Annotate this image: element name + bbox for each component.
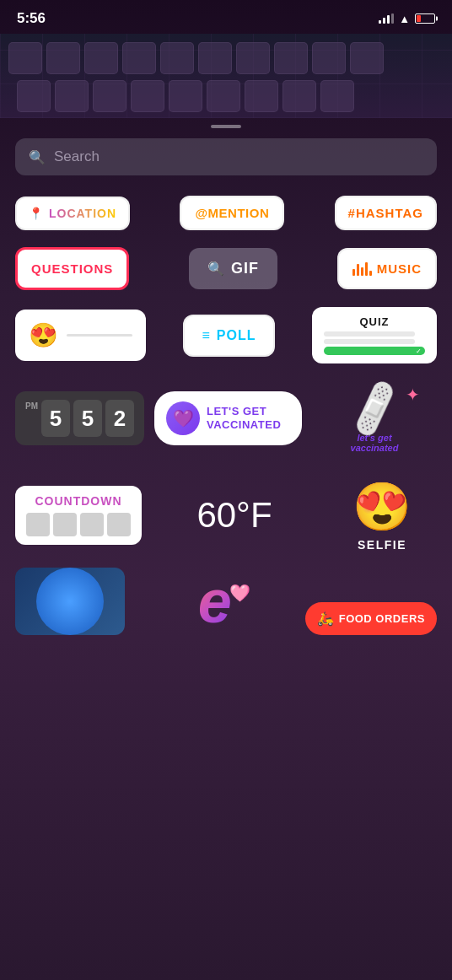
- heart-circle-icon: 💜: [166, 401, 200, 435]
- sparkle-icon: ✦: [406, 385, 420, 405]
- mention-label: @MENTION: [195, 206, 269, 220]
- mention-sticker[interactable]: @MENTION: [180, 196, 284, 230]
- period-label: PM: [25, 401, 38, 411]
- countdown-blocks: [26, 513, 131, 536]
- questions-sticker[interactable]: QUESTIONS: [15, 247, 129, 290]
- clock-digits: 5 5 2: [41, 400, 134, 437]
- selfie-sticker[interactable]: 😍 SELFIE: [327, 473, 437, 557]
- status-icons: ▲: [379, 13, 435, 25]
- selfie-emoji: 😍: [352, 479, 412, 535]
- quiz-correct-line: ✓: [324, 347, 425, 355]
- sticker-row-4: PM 5 5 2 💜 LET'S GETVACCINATED ✦ 🩹 let's…: [15, 380, 437, 456]
- bottom-row: e 🩷 🛵 FOOD ORDERS: [0, 564, 452, 635]
- questions-label: QUESTIONS: [31, 261, 113, 276]
- selfie-label: SELFIE: [358, 538, 406, 552]
- gif-label: GIF: [231, 260, 259, 277]
- globe-sticker[interactable]: [15, 568, 125, 635]
- food-orders-label: FOOD ORDERS: [339, 612, 425, 625]
- clock-sticker[interactable]: PM 5 5 2: [15, 391, 144, 445]
- search-container: 🔍 Search: [0, 132, 452, 189]
- music-bars-icon: [352, 262, 372, 276]
- status-bar: 5:56 ▲: [0, 0, 452, 34]
- search-bar[interactable]: 🔍 Search: [15, 138, 437, 175]
- keyboard-preview: [0, 34, 452, 118]
- emoji-slider-sticker[interactable]: 😍: [15, 310, 146, 361]
- letter-e-sticker[interactable]: e 🩷: [148, 568, 282, 635]
- gif-search-icon: 🔍: [207, 261, 224, 277]
- quiz-check-icon: ✓: [416, 347, 422, 355]
- heart-icon: 🩷: [229, 583, 250, 603]
- poll-icon: ≡: [202, 328, 209, 343]
- temperature-label: 60°F: [196, 495, 272, 536]
- vaccinated-label: LET'S GETVACCINATED: [207, 405, 281, 431]
- location-icon: 📍: [29, 207, 44, 220]
- quiz-label: QUIZ: [359, 315, 389, 328]
- sticker-row-3: 😍 ≡ POLL QUIZ ✓: [15, 307, 437, 363]
- hashtag-label: #HASHTAG: [348, 206, 423, 220]
- poll-sticker[interactable]: ≡ POLL: [183, 315, 274, 357]
- location-sticker[interactable]: 📍 LOCATION: [15, 197, 130, 230]
- battery-icon: [415, 13, 435, 24]
- digit-5-1: 5: [41, 400, 70, 437]
- food-icon: 🛵: [317, 611, 334, 627]
- sticker-row-1: 📍 LOCATION @MENTION #HASHTAG: [15, 196, 437, 230]
- emoji-slider-emoji: 😍: [29, 321, 58, 349]
- countdown-sticker[interactable]: COUNTDOWN: [15, 486, 142, 545]
- search-icon: 🔍: [29, 149, 46, 165]
- poll-label: POLL: [217, 328, 256, 343]
- temperature-sticker[interactable]: 60°F: [172, 495, 297, 536]
- sticker-row-2: QUESTIONS 🔍 GIF MUSIC: [15, 247, 437, 290]
- status-time: 5:56: [17, 10, 46, 27]
- drag-indicator: [0, 118, 452, 132]
- food-orders-sticker[interactable]: 🛵 FOOD ORDERS: [305, 602, 437, 635]
- search-placeholder: Search: [54, 148, 100, 165]
- wifi-icon: ▲: [399, 13, 410, 25]
- countdown-label: COUNTDOWN: [35, 494, 121, 508]
- bandage-sticker[interactable]: ✦ 🩹 let's getvaccinated: [312, 380, 437, 456]
- vaccinated-sticker[interactable]: 💜 LET'S GETVACCINATED: [154, 391, 302, 445]
- stickers-grid: 📍 LOCATION @MENTION #HASHTAG QUESTIONS 🔍…: [0, 189, 452, 564]
- sticker-row-5: COUNTDOWN 60°F 😍 SELFIE: [15, 473, 437, 557]
- slider-line: [67, 334, 132, 337]
- quiz-sticker[interactable]: QUIZ ✓: [312, 307, 437, 363]
- hashtag-sticker[interactable]: #HASHTAG: [335, 196, 437, 230]
- music-label: MUSIC: [377, 261, 422, 276]
- bandage-emoji: 🩹: [342, 376, 407, 440]
- quiz-lines: ✓: [324, 331, 425, 355]
- gif-sticker[interactable]: 🔍 GIF: [189, 248, 277, 289]
- signal-icon: [379, 13, 394, 24]
- letter-e-icon: e: [198, 567, 232, 636]
- location-label: LOCATION: [49, 207, 116, 220]
- digit-2: 2: [105, 400, 134, 437]
- music-sticker[interactable]: MUSIC: [337, 248, 437, 289]
- globe-icon: [36, 568, 104, 635]
- digit-5-2: 5: [73, 400, 102, 437]
